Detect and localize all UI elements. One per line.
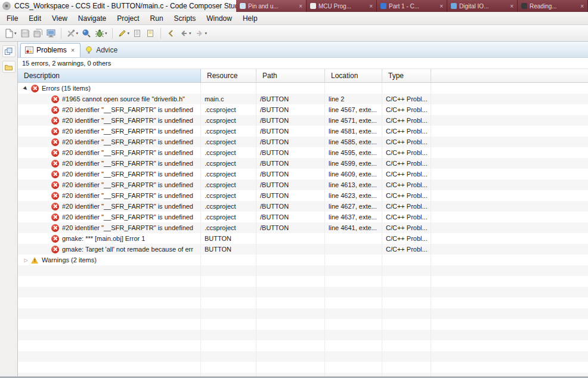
menu-file[interactable]: File bbox=[1, 13, 23, 24]
cell-path bbox=[256, 244, 325, 255]
table-row[interactable]: #20 identifier "__SFR_FARPTR" is undefin… bbox=[18, 137, 588, 147]
empty-row bbox=[18, 362, 588, 373]
column-header-path[interactable]: Path bbox=[256, 69, 325, 83]
debug-button[interactable]: ▾ bbox=[94, 27, 109, 40]
menu-view[interactable]: View bbox=[47, 13, 73, 24]
cell-path: /BUTTON bbox=[256, 104, 325, 115]
cell-path: /BUTTON bbox=[256, 201, 325, 212]
mark-occurrences-button[interactable] bbox=[145, 27, 157, 40]
table-row[interactable]: gmake: Target 'all' not remade because o… bbox=[18, 244, 588, 255]
menu-navigate[interactable]: Navigate bbox=[73, 13, 112, 24]
table-row[interactable]: #20 identifier "__SFR_FARPTR" is undefin… bbox=[18, 179, 588, 190]
project-explorer-button[interactable] bbox=[2, 61, 16, 73]
expander-icon[interactable] bbox=[23, 257, 29, 264]
severity-icon bbox=[51, 128, 59, 135]
tab-favicon bbox=[310, 3, 316, 9]
severity-icon bbox=[51, 203, 59, 210]
cell-path: /BUTTON bbox=[256, 137, 325, 147]
tab-advice[interactable]: Advice bbox=[81, 44, 123, 57]
column-header-description[interactable]: Description bbox=[18, 69, 201, 83]
cell-description: Warnings (2 items) bbox=[18, 255, 201, 265]
cell-filler bbox=[431, 255, 588, 265]
cell-path: /BUTTON bbox=[256, 94, 325, 104]
cell-location: line 4571, exte... bbox=[325, 115, 382, 126]
cell-description: gmake: *** [main.obj] Error 1 bbox=[18, 233, 201, 244]
menu-scripts[interactable]: Scripts bbox=[169, 13, 202, 24]
table-row[interactable]: #20 identifier "__SFR_FARPTR" is undefin… bbox=[18, 104, 588, 115]
annotate-button[interactable]: ▾ bbox=[116, 27, 131, 40]
new-file-button[interactable]: ▾ bbox=[3, 27, 18, 40]
menu-window[interactable]: Window bbox=[201, 13, 237, 24]
background-tab[interactable]: Reading... × bbox=[518, 0, 588, 12]
cell-resource: .ccsproject bbox=[201, 126, 256, 137]
table-row[interactable]: #20 identifier "__SFR_FARPTR" is undefin… bbox=[18, 201, 588, 212]
column-header-type[interactable]: Type bbox=[382, 69, 431, 83]
cell-resource: .ccsproject bbox=[201, 190, 256, 201]
cell-description-text: #20 identifier "__SFR_FARPTR" is undefin… bbox=[62, 192, 193, 199]
tab-close-icon[interactable]: × bbox=[440, 3, 443, 10]
menu-project[interactable]: Project bbox=[112, 13, 144, 24]
forward-button[interactable]: ▾ bbox=[194, 27, 209, 40]
table-row[interactable]: #20 identifier "__SFR_FARPTR" is undefin… bbox=[18, 126, 588, 137]
tab-close-icon[interactable]: × bbox=[369, 3, 373, 10]
severity-icon bbox=[51, 138, 59, 146]
column-header-resource[interactable]: Resource bbox=[201, 69, 256, 83]
severity-icon bbox=[31, 85, 39, 92]
cell-location: line 4627, exte... bbox=[325, 201, 382, 212]
build-button[interactable]: ▾ bbox=[65, 27, 80, 40]
table-row[interactable]: Errors (15 items) bbox=[18, 83, 588, 94]
severity-icon bbox=[51, 117, 59, 125]
menu-run[interactable]: Run bbox=[145, 13, 169, 24]
tab-close-icon[interactable]: × bbox=[510, 3, 513, 10]
app-icon bbox=[2, 1, 11, 11]
tab-close-icon[interactable]: × bbox=[580, 3, 584, 10]
save-all-button[interactable] bbox=[32, 27, 44, 40]
cell-type: C/C++ Probl... bbox=[382, 147, 431, 158]
back-button[interactable]: ▾ bbox=[178, 27, 193, 40]
cell-resource: .ccsproject bbox=[201, 147, 256, 158]
background-tab[interactable]: Part 1 - C... × bbox=[377, 0, 447, 12]
cell-path bbox=[256, 255, 325, 265]
table-row[interactable]: #20 identifier "__SFR_FARPTR" is undefin… bbox=[18, 158, 588, 169]
table-row[interactable]: #20 identifier "__SFR_FARPTR" is undefin… bbox=[18, 190, 588, 201]
last-edit-location-button[interactable] bbox=[165, 27, 177, 40]
last-edit-location-icon bbox=[166, 29, 175, 38]
table-row[interactable]: gmake: *** [main.obj] Error 1 BUTTON C/C… bbox=[18, 233, 588, 244]
save-button[interactable] bbox=[19, 27, 31, 40]
background-tab[interactable]: Pin and u... × bbox=[236, 0, 307, 12]
tab-close-icon[interactable]: × bbox=[71, 47, 75, 54]
cell-filler bbox=[431, 212, 588, 222]
cell-resource: .ccsproject bbox=[201, 158, 256, 169]
toolbar-separator bbox=[160, 28, 161, 39]
column-header-location[interactable]: Location bbox=[325, 69, 382, 83]
background-tab[interactable]: MCU Prog... × bbox=[307, 0, 377, 12]
open-resource-button[interactable] bbox=[132, 27, 144, 40]
cell-resource bbox=[201, 83, 256, 94]
cell-filler bbox=[431, 169, 588, 179]
cell-resource: BUTTON bbox=[201, 244, 256, 255]
problems-summary: 15 errors, 2 warnings, 0 others bbox=[18, 58, 588, 69]
menu-edit[interactable]: Edit bbox=[23, 13, 47, 24]
search-button[interactable] bbox=[81, 27, 92, 40]
tab-close-icon[interactable]: × bbox=[299, 3, 302, 10]
menu-help[interactable]: Help bbox=[237, 13, 263, 24]
table-row[interactable]: #1965 cannot open source file "driverlib… bbox=[18, 94, 588, 104]
cell-description-text: #20 identifier "__SFR_FARPTR" is undefin… bbox=[62, 213, 193, 221]
table-row[interactable]: Warnings (2 items) bbox=[18, 255, 588, 265]
console-button[interactable] bbox=[45, 27, 57, 40]
cell-type: C/C++ Probl... bbox=[382, 190, 431, 201]
empty-row bbox=[18, 351, 588, 362]
table-row[interactable]: #20 identifier "__SFR_FARPTR" is undefin… bbox=[18, 147, 588, 158]
table-row[interactable]: #20 identifier "__SFR_FARPTR" is undefin… bbox=[18, 212, 588, 222]
cell-location bbox=[325, 233, 382, 244]
tab-favicon bbox=[451, 3, 457, 9]
cell-description-text: Errors (15 items) bbox=[42, 85, 91, 92]
table-row[interactable]: #20 identifier "__SFR_FARPTR" is undefin… bbox=[18, 115, 588, 126]
tab-problems[interactable]: Problems × bbox=[20, 43, 81, 57]
restore-views-button[interactable] bbox=[2, 45, 16, 57]
cell-path: /BUTTON bbox=[256, 115, 325, 126]
background-tab[interactable]: Digital IO... × bbox=[447, 0, 518, 12]
expander-icon[interactable] bbox=[23, 85, 29, 92]
table-row[interactable]: #20 identifier "__SFR_FARPTR" is undefin… bbox=[18, 222, 588, 233]
table-row[interactable]: #20 identifier "__SFR_FARPTR" is undefin… bbox=[18, 169, 588, 179]
